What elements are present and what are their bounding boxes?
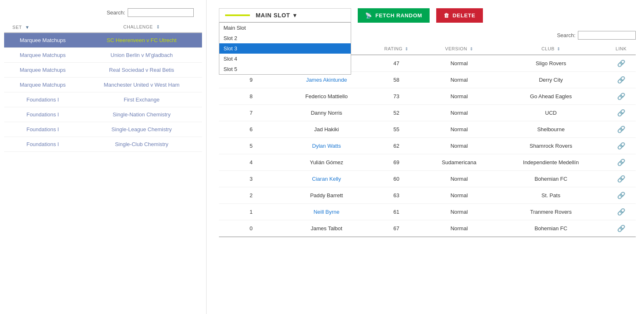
- left-col-challenge[interactable]: CHALLENGE ⇕: [81, 22, 202, 33]
- col-club[interactable]: CLUB ⇕: [495, 43, 606, 55]
- link-cell[interactable]: 🔗: [606, 171, 636, 187]
- rating-cell: 55: [370, 121, 423, 138]
- name-cell: Danny Norris: [283, 105, 370, 121]
- right-search-label: Search:: [557, 32, 575, 38]
- link-cell[interactable]: 🔗: [606, 121, 636, 138]
- name-cell: Ciaran Kelly: [283, 171, 370, 187]
- left-table-row[interactable]: Foundations IFirst Exchange: [4, 92, 202, 107]
- version-cell: Normal: [423, 105, 495, 121]
- link-cell[interactable]: 🔗: [606, 187, 636, 204]
- link-cell[interactable]: 🔗: [606, 55, 636, 72]
- version-cell: Normal: [423, 55, 495, 72]
- left-search-label: Search:: [107, 9, 125, 16]
- rating-cell: 61: [370, 204, 423, 220]
- left-table-row[interactable]: Marquee MatchupsManchester United v West…: [4, 78, 202, 92]
- version-cell: Normal: [423, 72, 495, 88]
- slot-underline: [225, 14, 250, 16]
- version-cell: Normal: [423, 171, 495, 187]
- slot-option[interactable]: Slot 5: [219, 64, 351, 74]
- version-cell: Normal: [423, 138, 495, 154]
- rating-cell: 62: [370, 138, 423, 154]
- right-search-input[interactable]: [578, 31, 636, 40]
- club-cell: Bohemian FC: [495, 171, 606, 187]
- left-set-cell: Marquee Matchups: [4, 78, 81, 92]
- left-table-row[interactable]: Foundations ISingle-Nation Chemistry: [4, 107, 202, 122]
- table-row: 4Yulián Gómez69SudamericanaIndependiente…: [219, 154, 636, 171]
- left-set-cell: Foundations I: [4, 92, 81, 107]
- name-cell: Neill Byrne: [283, 204, 370, 220]
- club-cell: St. Pats: [495, 187, 606, 204]
- table-row: 6Jad Hakiki55NormalShelbourne🔗: [219, 121, 636, 138]
- link-cell[interactable]: 🔗: [606, 220, 636, 237]
- table-row: 5Dylan Watts62NormalShamrock Rovers🔗: [219, 138, 636, 154]
- slot-option[interactable]: Slot 2: [219, 33, 351, 43]
- left-table-row[interactable]: Foundations ISingle-League Chemistry: [4, 122, 202, 137]
- version-sort-icon: ⇕: [470, 47, 473, 51]
- set-sort-icon: ▼: [25, 25, 29, 30]
- link-cell[interactable]: 🔗: [606, 88, 636, 105]
- club-cell: Independiente Medellín: [495, 154, 606, 171]
- slot-button[interactable]: MAIN SLOT ▾: [219, 8, 351, 22]
- left-col-set[interactable]: SET ▼: [4, 22, 81, 33]
- left-table-row[interactable]: Foundations ISingle-Club Chemistry: [4, 137, 202, 152]
- club-sort-icon: ⇕: [557, 47, 561, 51]
- left-set-cell: Marquee Matchups: [4, 33, 81, 48]
- left-challenge-cell: Manchester United v West Ham: [81, 78, 202, 92]
- table-row: 7Danny Norris52NormalUCD🔗: [219, 105, 636, 121]
- link-cell[interactable]: 🔗: [606, 204, 636, 220]
- version-cell: Normal: [423, 220, 495, 237]
- left-search-input[interactable]: [128, 8, 194, 17]
- version-cell: Normal: [423, 204, 495, 220]
- left-set-cell: Foundations I: [4, 122, 81, 137]
- club-cell: Go Ahead Eagles: [495, 88, 606, 105]
- link-cell[interactable]: 🔗: [606, 138, 636, 154]
- col-rating[interactable]: RATING ⇕: [370, 43, 423, 55]
- version-cell: Sudamericana: [423, 154, 495, 171]
- delete-icon: 🗑: [444, 12, 449, 19]
- club-cell: Shamrock Rovers: [495, 138, 606, 154]
- club-cell: Shelbourne: [495, 121, 606, 138]
- version-cell: Normal: [423, 88, 495, 105]
- slot-option[interactable]: Main Slot: [219, 23, 351, 33]
- rating-cell: 67: [370, 220, 423, 237]
- link-cell[interactable]: 🔗: [606, 154, 636, 171]
- rating-cell: 58: [370, 72, 423, 88]
- table-row: 2Paddy Barrett63NormalSt. Pats🔗: [219, 187, 636, 204]
- left-challenge-cell: Single-League Chemistry: [81, 122, 202, 137]
- name-cell: Jad Hakiki: [283, 121, 370, 138]
- name-cell: James Talbot: [283, 220, 370, 237]
- delete-label: DELETE: [453, 12, 475, 19]
- left-challenge-cell: Single-Club Chemistry: [81, 137, 202, 152]
- slot-chevron-icon: ▾: [293, 12, 297, 19]
- name-cell: Yulián Gómez: [283, 154, 370, 171]
- link-cell[interactable]: 🔗: [606, 105, 636, 121]
- name-cell: Paddy Barrett: [283, 187, 370, 204]
- rating-cell: 52: [370, 105, 423, 121]
- fetch-random-button[interactable]: 📡 FETCH RANDOM: [358, 8, 430, 23]
- rating-cell: 69: [370, 154, 423, 171]
- rating-cell: 73: [370, 88, 423, 105]
- version-cell: Normal: [423, 187, 495, 204]
- left-set-cell: Foundations I: [4, 107, 81, 122]
- club-cell: Bohemian FC: [495, 220, 606, 237]
- col-version[interactable]: VERSION ⇕: [423, 43, 495, 55]
- left-table-row[interactable]: Marquee MatchupsUnion Berlin v M'gladbac…: [4, 48, 202, 63]
- delete-button[interactable]: 🗑 DELETE: [436, 8, 483, 23]
- left-table-body: Marquee MatchupsSC Heerenveen v FC Utrec…: [4, 33, 202, 152]
- name-cell: Federico Mattiello: [283, 88, 370, 105]
- table-row: 0James Talbot67NormalBohemian FC🔗: [219, 220, 636, 237]
- slot-button-label: MAIN SLOT: [256, 12, 290, 19]
- left-table-row[interactable]: Marquee MatchupsReal Sociedad v Real Bet…: [4, 63, 202, 78]
- left-panel: Search: SET ▼ CHALLENGE ⇕ Marquee Matchu…: [0, 0, 207, 314]
- rating-cell: 47: [370, 55, 423, 72]
- link-cell[interactable]: 🔗: [606, 72, 636, 88]
- slot-option[interactable]: Slot 3: [219, 43, 351, 54]
- slot-dropdown: Main SlotSlot 2Slot 3Slot 4Slot 5: [219, 22, 351, 75]
- left-table-row[interactable]: Marquee MatchupsSC Heerenveen v FC Utrec…: [4, 33, 202, 48]
- club-cell: UCD: [495, 105, 606, 121]
- position-cell: 4: [219, 154, 283, 171]
- slot-option[interactable]: Slot 4: [219, 54, 351, 64]
- left-set-cell: Foundations I: [4, 137, 81, 152]
- table-row: 3Ciaran Kelly60NormalBohemian FC🔗: [219, 171, 636, 187]
- club-cell: Sligo Rovers: [495, 55, 606, 72]
